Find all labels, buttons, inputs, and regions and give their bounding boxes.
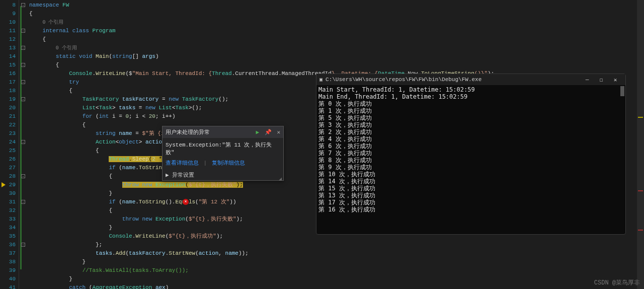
- watermark: CSDN @菜鸟厚非: [594, 278, 640, 287]
- console-scrollbar-thumb[interactable]: [620, 86, 624, 96]
- code-line[interactable]: 0 个引用: [29, 44, 644, 52]
- exception-popup-body: System.Exception:"第 11 次，执行失败" 查看详细信息 | …: [163, 138, 283, 170]
- line-number[interactable]: 34: [0, 224, 19, 232]
- exception-settings-toggle[interactable]: ▶ 异常设置: [163, 170, 283, 180]
- line-number[interactable]: 38: [0, 258, 19, 266]
- exception-popup-titlebar[interactable]: 用户未处理的异常 ▶ 📌 ✕: [163, 126, 283, 138]
- line-number[interactable]: 19: [0, 95, 19, 104]
- line-number[interactable]: 41: [0, 283, 19, 289]
- code-line[interactable]: {: [29, 35, 644, 44]
- code-line[interactable]: //Task.WaitAll(tasks.ToArray());: [29, 266, 644, 275]
- line-number[interactable]: 30: [0, 189, 19, 198]
- line-number[interactable]: 9: [0, 10, 19, 18]
- scroll-mark[interactable]: [638, 117, 643, 118]
- line-number[interactable]: 39: [0, 266, 19, 275]
- exception-message: System.Exception:"第 11 次，执行失败": [166, 141, 280, 156]
- line-number-gutter[interactable]: 8910111213141516171819202122232425262728…: [0, 0, 19, 289]
- console-titlebar[interactable]: ▣ C:\Users\WH\source\repos\FW\FW\bin\Deb…: [316, 74, 625, 85]
- line-number[interactable]: 33: [0, 215, 19, 224]
- line-number[interactable]: 18: [0, 87, 19, 95]
- line-number[interactable]: 12: [0, 35, 19, 44]
- line-number[interactable]: 8: [0, 1, 19, 10]
- exception-popup-title: 用户未处理的异常: [166, 128, 210, 136]
- line-number[interactable]: 22: [0, 121, 19, 129]
- line-number[interactable]: 17: [0, 78, 19, 87]
- line-number[interactable]: 28: [0, 172, 19, 181]
- line-number[interactable]: 24: [0, 138, 19, 147]
- code-line[interactable]: tasks.Add(taskFactory.StartNew(action, n…: [29, 249, 644, 258]
- line-number[interactable]: 13: [0, 44, 19, 52]
- line-number[interactable]: 15: [0, 61, 19, 69]
- code-line[interactable]: };: [29, 241, 644, 249]
- console-title-text: C:\Users\WH\source\repos\FW\FW\bin\Debug…: [326, 77, 481, 83]
- scroll-mark[interactable]: [638, 230, 643, 231]
- line-number[interactable]: 27: [0, 164, 19, 172]
- console-window: ▣ C:\Users\WH\source\repos\FW\FW\bin\Deb…: [316, 74, 626, 235]
- code-line[interactable]: internal class Program: [29, 27, 644, 35]
- code-line[interactable]: catch (AggregateException aex): [29, 283, 644, 289]
- exception-popup: 用户未处理的异常 ▶ 📌 ✕ System.Exception:"第 11 次，…: [162, 126, 284, 181]
- code-line[interactable]: static void Main(string[] args): [29, 52, 644, 61]
- code-line[interactable]: }: [29, 275, 644, 283]
- line-number[interactable]: 37: [0, 249, 19, 258]
- continue-icon[interactable]: ▶: [256, 129, 260, 135]
- line-number[interactable]: 32: [0, 206, 19, 215]
- line-number[interactable]: 36: [0, 241, 19, 249]
- pin-icon[interactable]: 📌: [265, 129, 272, 135]
- line-number[interactable]: 40: [0, 275, 19, 283]
- console-icon: ▣: [319, 77, 323, 83]
- resize-handle[interactable]: ◢: [279, 176, 283, 180]
- line-number[interactable]: 20: [0, 104, 19, 112]
- line-number[interactable]: 21: [0, 112, 19, 121]
- code-line[interactable]: 0 个引用: [29, 18, 644, 27]
- code-line[interactable]: {: [29, 10, 644, 18]
- line-number[interactable]: 10: [0, 18, 19, 27]
- current-line-arrow: [2, 182, 6, 187]
- line-number[interactable]: 11: [0, 27, 19, 35]
- line-number[interactable]: 23: [0, 129, 19, 138]
- line-number[interactable]: 31: [0, 198, 19, 206]
- line-number[interactable]: 14: [0, 52, 19, 61]
- close-button[interactable]: ✕: [608, 77, 622, 83]
- view-details-link[interactable]: 查看详细信息: [166, 160, 199, 166]
- console-output[interactable]: Main Start, ThreadId: 1, Datetime: 15:02…: [316, 85, 625, 234]
- line-number[interactable]: 25: [0, 147, 19, 155]
- minimize-button[interactable]: —: [580, 77, 594, 83]
- editor-scrollbar[interactable]: [637, 0, 644, 289]
- line-number[interactable]: 35: [0, 232, 19, 241]
- exception-marker-icon[interactable]: ×: [183, 199, 189, 205]
- code-line[interactable]: }: [29, 258, 644, 266]
- copy-details-link[interactable]: 复制详细信息: [212, 160, 245, 166]
- close-icon[interactable]: ✕: [277, 129, 280, 135]
- code-line[interactable]: {: [29, 61, 644, 69]
- line-number[interactable]: 26: [0, 155, 19, 164]
- maximize-button[interactable]: ☐: [594, 77, 608, 83]
- scroll-mark[interactable]: [638, 190, 643, 191]
- code-line[interactable]: namespace FW: [29, 1, 644, 10]
- line-number[interactable]: 16: [0, 69, 19, 78]
- console-text: Main Start, ThreadId: 1, Datetime: 15:02…: [318, 86, 623, 213]
